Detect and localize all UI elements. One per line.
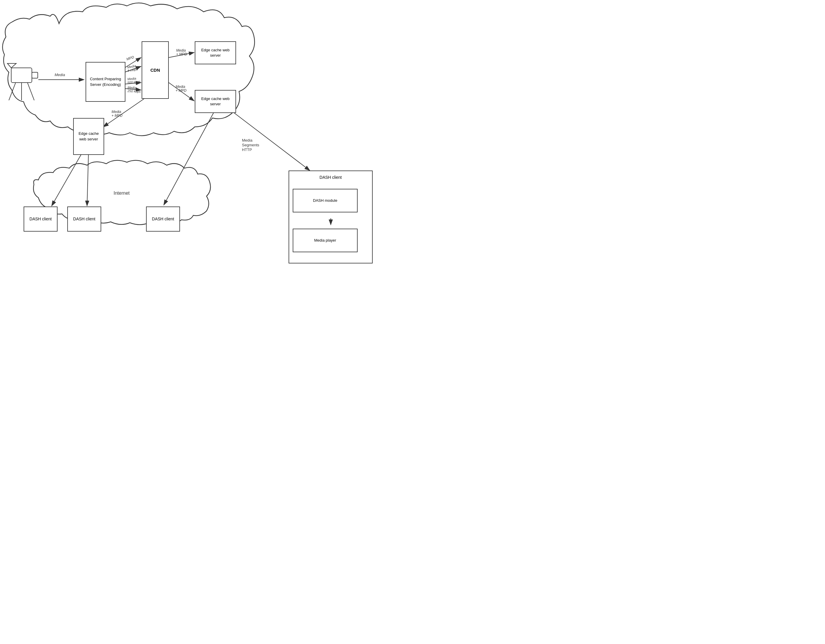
dash-client-outer-box: DASH client DASH module Media player [289, 170, 373, 263]
svg-text:500 kbps: 500 kbps [127, 80, 141, 84]
svg-text:Media: Media [55, 73, 65, 77]
svg-marker-3 [8, 63, 16, 68]
dash-module-label: DASH module [313, 198, 337, 203]
edge-cache-1-box: Edge cache web server [195, 41, 236, 64]
svg-rect-2 [32, 72, 38, 78]
dash-client-2-box: DASH client [67, 207, 101, 232]
svg-text:Segments: Segments [242, 143, 260, 147]
svg-text:Media: Media [242, 138, 253, 142]
svg-text:+ MPD: + MPD [176, 88, 187, 93]
svg-line-17 [87, 152, 88, 206]
svg-text:4 mbps: 4 mbps [127, 67, 138, 73]
edge-cache-1-label: Edge cache web server [198, 48, 233, 58]
svg-line-10 [125, 83, 141, 84]
svg-text:Media: Media [127, 76, 136, 81]
content-preparing-server-box: Content Preparing Server (Encoding) [86, 62, 125, 102]
svg-text:HTTP: HTTP [242, 148, 252, 152]
dash-module-box: DASH module [293, 189, 358, 212]
svg-line-18 [233, 112, 310, 170]
edge-cache-3-box: Edge cache web server [73, 118, 104, 155]
svg-text:250 kbps: 250 kbps [127, 89, 141, 93]
dash-client-outer-label: DASH client [293, 175, 369, 181]
media-player-label: Media player [314, 238, 336, 243]
svg-text:MPD: MPD [126, 55, 135, 61]
cdn-label: CDN [150, 67, 160, 73]
edge-cache-3-label: Edge cache web server [76, 131, 101, 142]
media-player-box: Media player [293, 229, 358, 252]
svg-line-9 [125, 66, 141, 72]
svg-text:Media: Media [176, 85, 185, 89]
svg-text:Internet: Internet [114, 191, 130, 196]
svg-text:Media: Media [127, 64, 136, 69]
inner-arrow-svg [325, 218, 337, 227]
svg-rect-1 [11, 68, 32, 83]
svg-line-11 [125, 88, 141, 90]
diagram: Media MPD Media 4 mbps Media 500 kbps Me… [0, 0, 413, 322]
content-preparing-server-label: Content Preparing Server (Encoding) [88, 76, 122, 87]
svg-text:Media: Media [127, 86, 137, 90]
edge-cache-2-label: Edge cache web server [198, 96, 233, 107]
svg-line-13 [169, 83, 194, 101]
dash-client-2-label: DASH client [73, 216, 95, 222]
svg-text:Media: Media [111, 110, 121, 114]
svg-text:+ MPD: + MPD [111, 114, 122, 118]
svg-text:+ MPD: + MPD [176, 52, 187, 56]
cdn-box: CDN [142, 41, 169, 99]
svg-line-14 [103, 99, 144, 127]
svg-line-16 [52, 152, 83, 206]
edge-cache-2-box: Edge cache web server [195, 90, 236, 113]
svg-line-15 [164, 112, 214, 205]
svg-line-8 [125, 57, 141, 68]
dash-client-1-label: DASH client [29, 216, 52, 222]
svg-line-4 [9, 83, 15, 100]
svg-line-6 [28, 83, 34, 100]
dash-client-1-box: DASH client [23, 207, 57, 232]
svg-line-12 [169, 53, 194, 57]
dash-client-3-label: DASH client [152, 216, 174, 222]
svg-text:Media: Media [176, 48, 186, 53]
dash-client-3-box: DASH client [146, 207, 180, 232]
